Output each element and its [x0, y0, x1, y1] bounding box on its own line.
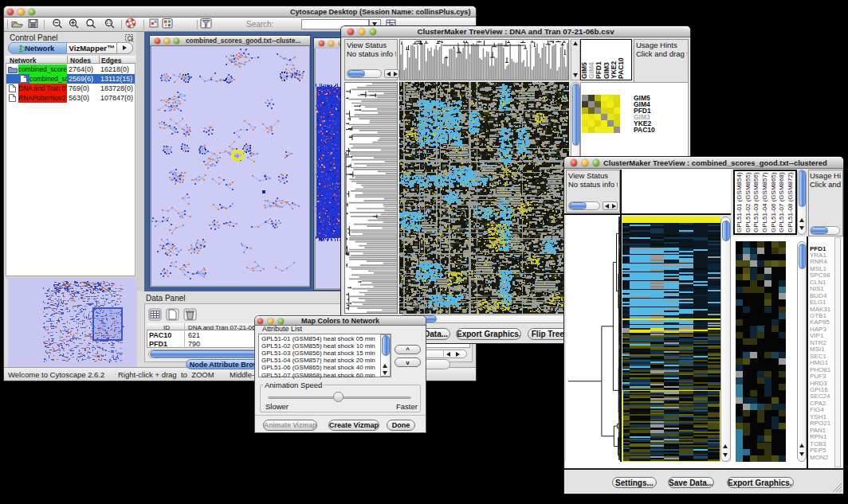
svg-text:GPL51-01 (GSM854): GPL51-01 (GSM854) — [736, 172, 743, 232]
svg-text:PAC10: PAC10 — [617, 57, 625, 79]
svg-text:GPL51-04 (GSM857): GPL51-04 (GSM857) — [761, 172, 768, 232]
svg-text:GPL51-07 (GSM868): GPL51-07 (GSM868) — [778, 172, 785, 232]
svg-text:1:1: 1:1 — [106, 21, 112, 25]
svg-text:GPL51-03 (GSM856): GPL51-03 (GSM856) — [752, 172, 760, 232]
svg-text:GPL51-02 (GSM855): GPL51-02 (GSM855) — [744, 172, 752, 232]
svg-text:GPL51-06 (GSM865): GPL51-06 (GSM865) — [770, 172, 777, 232]
svg-text:GPL51-08 (GSM872): GPL51-08 (GSM872) — [787, 172, 794, 232]
